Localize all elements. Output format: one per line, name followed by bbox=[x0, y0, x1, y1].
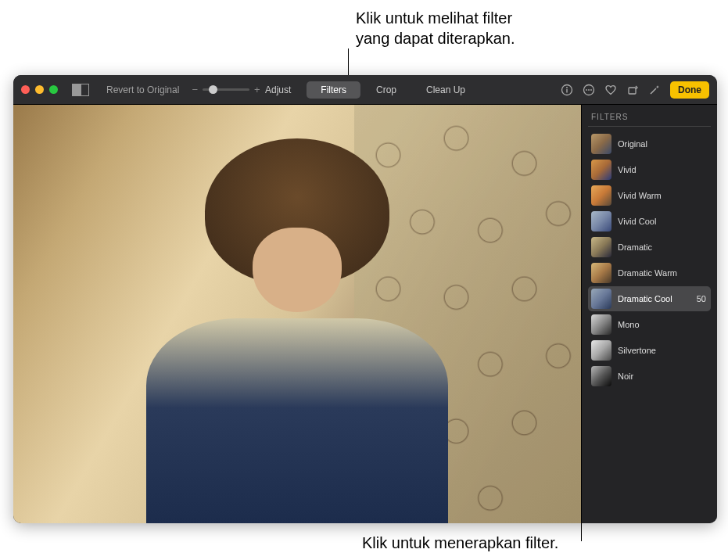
filter-thumbnail bbox=[591, 211, 611, 232]
content-area: FILTERS OriginalVividVivid WarmVivid Coo… bbox=[13, 105, 717, 523]
rotate-icon[interactable] bbox=[626, 84, 639, 96]
filter-label: Dramatic Cool bbox=[618, 294, 690, 303]
window-controls bbox=[21, 85, 58, 94]
filter-thumbnail bbox=[591, 314, 611, 335]
tab-adjust[interactable]: Adjust bbox=[251, 81, 305, 99]
filter-label: Dramatic bbox=[618, 242, 708, 252]
filter-item-vivid-cool[interactable]: Vivid Cool bbox=[588, 209, 711, 234]
info-icon[interactable] bbox=[561, 84, 573, 96]
filter-thumbnail bbox=[591, 185, 611, 206]
favorite-icon[interactable] bbox=[604, 84, 617, 96]
filter-item-noir[interactable]: Noir bbox=[588, 364, 711, 389]
filter-item-vivid-warm[interactable]: Vivid Warm bbox=[588, 183, 711, 208]
svg-point-1 bbox=[566, 87, 568, 88]
filter-thumbnail bbox=[591, 366, 611, 386]
filter-thumbnail bbox=[591, 340, 611, 361]
filter-thumbnail bbox=[591, 289, 611, 309]
close-window-button[interactable] bbox=[21, 85, 30, 94]
filter-label: Mono bbox=[618, 320, 708, 329]
callout-bottom-text: Klik untuk menerapkan filter. bbox=[362, 534, 558, 552]
filter-label: Vivid Warm bbox=[618, 191, 708, 200]
filter-label: Dramatic Warm bbox=[618, 268, 708, 278]
filter-label: Silvertone bbox=[618, 346, 708, 355]
svg-point-5 bbox=[588, 89, 590, 91]
filter-thumbnail bbox=[591, 134, 611, 154]
filter-thumbnail bbox=[591, 237, 611, 257]
callout-line bbox=[348, 48, 349, 75]
filter-item-dramatic-warm[interactable]: Dramatic Warm bbox=[588, 260, 711, 285]
svg-rect-2 bbox=[566, 89, 567, 93]
filters-panel: FILTERS OriginalVividVivid WarmVivid Coo… bbox=[581, 105, 717, 523]
filter-item-mono[interactable]: Mono bbox=[588, 312, 711, 337]
svg-point-4 bbox=[586, 89, 587, 91]
filter-label: Noir bbox=[618, 372, 708, 381]
layout-toggle-button[interactable] bbox=[72, 84, 89, 96]
toolbar-right: Done bbox=[561, 81, 709, 99]
callout-top-text: Klik untuk melihat filter yang dapat dit… bbox=[356, 8, 515, 48]
revert-to-original-button[interactable]: Revert to Original bbox=[100, 82, 185, 98]
minimize-window-button[interactable] bbox=[35, 85, 44, 94]
tab-crop[interactable]: Crop bbox=[362, 81, 411, 99]
done-button[interactable]: Done bbox=[670, 81, 709, 99]
filter-item-dramatic[interactable]: Dramatic bbox=[588, 235, 711, 260]
photo-canvas[interactable] bbox=[13, 105, 581, 523]
filter-thumbnail bbox=[591, 263, 611, 283]
filter-thumbnail bbox=[591, 160, 611, 180]
zoom-out-icon[interactable]: − bbox=[192, 84, 198, 95]
more-icon[interactable] bbox=[583, 84, 595, 96]
auto-enhance-icon[interactable] bbox=[648, 84, 661, 96]
filter-label: Vivid bbox=[618, 165, 708, 174]
zoom-control: − + bbox=[192, 84, 260, 95]
fullscreen-window-button[interactable] bbox=[49, 85, 58, 94]
filter-label: Vivid Cool bbox=[618, 217, 708, 226]
filter-label: Original bbox=[618, 139, 708, 149]
filter-item-vivid[interactable]: Vivid bbox=[588, 157, 711, 182]
zoom-slider[interactable] bbox=[203, 88, 249, 91]
photo-subject bbox=[138, 138, 457, 523]
filter-item-original[interactable]: Original bbox=[588, 131, 711, 156]
photos-edit-window: Revert to Original − + Adjust Filters Cr… bbox=[13, 75, 717, 523]
callout-line bbox=[581, 250, 582, 541]
svg-point-6 bbox=[590, 89, 592, 91]
edit-mode-tabs: Adjust Filters Crop Clean Up bbox=[251, 81, 479, 99]
zoom-slider-thumb[interactable] bbox=[209, 85, 217, 94]
filters-panel-title: FILTERS bbox=[588, 113, 711, 127]
svg-rect-7 bbox=[629, 88, 636, 94]
filter-item-dramatic-cool[interactable]: Dramatic Cool50 bbox=[588, 286, 711, 311]
tab-filters[interactable]: Filters bbox=[307, 81, 360, 99]
tab-cleanup[interactable]: Clean Up bbox=[412, 81, 479, 99]
filter-intensity-value: 50 bbox=[697, 294, 706, 303]
filter-list: OriginalVividVivid WarmVivid CoolDramati… bbox=[588, 131, 711, 389]
filter-item-silvertone[interactable]: Silvertone bbox=[588, 338, 711, 363]
toolbar: Revert to Original − + Adjust Filters Cr… bbox=[13, 75, 717, 105]
